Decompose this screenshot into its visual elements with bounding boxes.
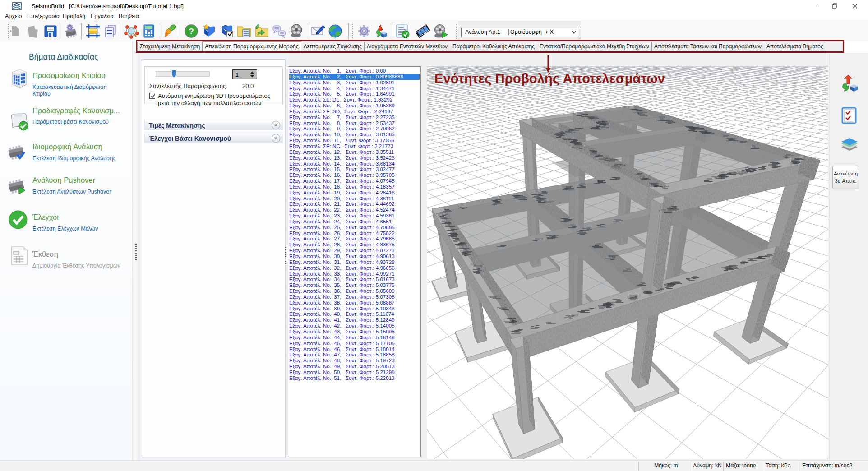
svg-text:?: ? xyxy=(189,27,194,36)
